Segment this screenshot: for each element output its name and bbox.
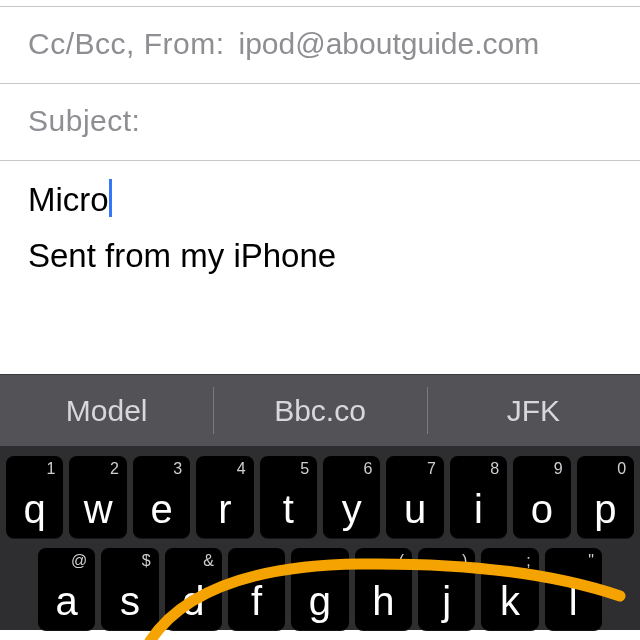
key-k[interactable]: ;k <box>481 548 538 630</box>
key-u[interactable]: 7u <box>386 456 443 538</box>
from-value: ipod@aboutguide.com <box>239 27 540 61</box>
key-t[interactable]: 5t <box>260 456 317 538</box>
key-f[interactable]: _f <box>228 548 285 630</box>
signature-text: Sent from my iPhone <box>0 227 640 301</box>
keyboard-row-2: @a $s &d _f -g (h )j ;k "l <box>4 548 636 630</box>
key-r[interactable]: 4r <box>196 456 253 538</box>
keyboard: Model Bbc.co JFK 1q 2w 3e 4r 5t 6y 7u 8i… <box>0 374 640 640</box>
key-p[interactable]: 0p <box>577 456 634 538</box>
key-w[interactable]: 2w <box>69 456 126 538</box>
key-y[interactable]: 6y <box>323 456 380 538</box>
text-caret <box>109 179 112 217</box>
key-a[interactable]: @a <box>38 548 95 630</box>
key-j[interactable]: )j <box>418 548 475 630</box>
subject-row[interactable]: Subject: <box>0 84 640 160</box>
suggestion-2[interactable]: Bbc.co <box>213 375 426 446</box>
key-d[interactable]: &d <box>165 548 222 630</box>
key-q[interactable]: 1q <box>6 456 63 538</box>
key-i[interactable]: 8i <box>450 456 507 538</box>
ccbcc-from-row[interactable]: Cc/Bcc, From: ipod@aboutguide.com <box>0 7 640 83</box>
key-e[interactable]: 3e <box>133 456 190 538</box>
ccbcc-from-label: Cc/Bcc, From: <box>28 27 225 61</box>
suggestion-bar: Model Bbc.co JFK <box>0 374 640 446</box>
key-l[interactable]: "l <box>545 548 602 630</box>
body-text: Micro <box>28 181 109 218</box>
key-o[interactable]: 9o <box>513 456 570 538</box>
key-s[interactable]: $s <box>101 548 158 630</box>
key-h[interactable]: (h <box>355 548 412 630</box>
keyboard-row-1: 1q 2w 3e 4r 5t 6y 7u 8i 9o 0p <box>4 456 636 538</box>
subject-label: Subject: <box>28 104 140 138</box>
suggestion-1[interactable]: Model <box>0 375 213 446</box>
message-body[interactable]: Micro <box>0 161 640 227</box>
key-g[interactable]: -g <box>291 548 348 630</box>
suggestion-3[interactable]: JFK <box>427 375 640 446</box>
